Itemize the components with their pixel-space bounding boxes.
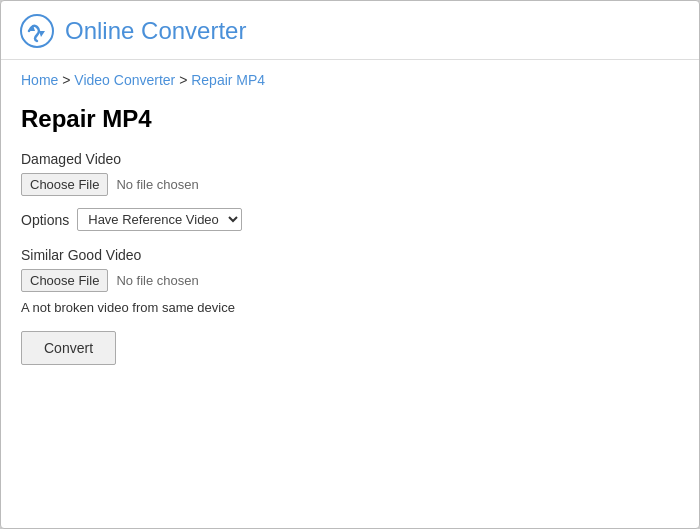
breadcrumb-video-converter[interactable]: Video Converter: [74, 72, 175, 88]
options-row: Options Have Reference Video No Referenc…: [21, 208, 679, 231]
damaged-video-choose-file-button[interactable]: Choose File: [21, 173, 108, 196]
similar-video-hint: A not broken video from same device: [21, 300, 679, 315]
similar-video-row: Choose File No file chosen: [21, 269, 679, 292]
online-converter-logo: [19, 13, 55, 49]
damaged-video-no-file-text: No file chosen: [116, 177, 198, 192]
options-select[interactable]: Have Reference Video No Reference Video: [77, 208, 242, 231]
damaged-video-row: Choose File No file chosen: [21, 173, 679, 196]
breadcrumb-current[interactable]: Repair MP4: [191, 72, 265, 88]
header: Online Converter: [1, 1, 699, 60]
breadcrumb-sep1: >: [58, 72, 74, 88]
app-window: Online Converter Home > Video Converter …: [0, 0, 700, 529]
breadcrumb: Home > Video Converter > Repair MP4: [21, 70, 679, 91]
convert-button[interactable]: Convert: [21, 331, 116, 365]
similar-video-choose-file-button[interactable]: Choose File: [21, 269, 108, 292]
app-title: Online Converter: [65, 17, 246, 45]
damaged-video-label: Damaged Video: [21, 151, 679, 167]
similar-video-label: Similar Good Video: [21, 247, 679, 263]
similar-video-no-file-text: No file chosen: [116, 273, 198, 288]
page-title: Repair MP4: [21, 105, 679, 133]
breadcrumb-sep2: >: [175, 72, 191, 88]
breadcrumb-home[interactable]: Home: [21, 72, 58, 88]
main-content: Home > Video Converter > Repair MP4 Repa…: [1, 60, 699, 528]
options-label: Options: [21, 212, 69, 228]
